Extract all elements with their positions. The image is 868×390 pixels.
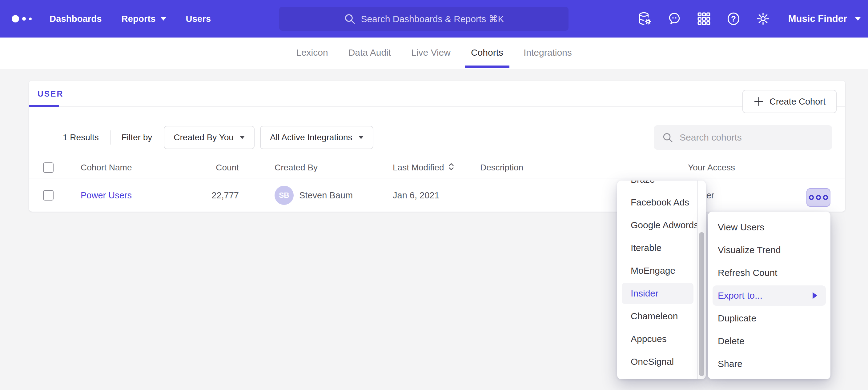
filter-row: 1 Results Filter by Created By You All A…: [63, 125, 832, 150]
row-context-menu: View Users Visualize Trend Refresh Count…: [708, 212, 831, 379]
active-tab-underline: [465, 66, 509, 68]
tab-data-audit[interactable]: Data Audit: [347, 37, 392, 68]
tab-live-view-label: Live View: [411, 47, 451, 58]
search-icon: [343, 12, 356, 25]
filter-integrations-dropdown[interactable]: All Active Integrations: [260, 126, 373, 149]
menu-item-export-to[interactable]: Export to...: [713, 285, 826, 306]
header-last-modified-label: Last Modified: [393, 163, 444, 172]
submenu-item-appcues[interactable]: Appcues: [617, 328, 706, 350]
search-cohorts-field: [654, 125, 832, 150]
cohort-type-tabs: USER: [29, 80, 845, 107]
results-count: 1 Results: [63, 133, 99, 142]
table-header: Cohort Name Count Created By Last Modifi…: [29, 157, 845, 178]
tab-user-cohorts[interactable]: USER: [37, 80, 63, 107]
last-modified-value: Jan 6, 2021: [393, 190, 439, 200]
menu-item-share[interactable]: Share: [708, 353, 831, 375]
header-cohort-name-label: Cohort Name: [81, 163, 132, 172]
chevron-down-icon: [359, 136, 364, 139]
header-last-modified[interactable]: Last Modified: [393, 157, 455, 178]
created-by-name: Steven Baum: [299, 190, 353, 200]
help-icon[interactable]: ?: [726, 11, 741, 26]
header-description[interactable]: Description: [480, 157, 523, 178]
nav-item-users[interactable]: Users: [186, 14, 211, 24]
row-actions-button[interactable]: [806, 188, 831, 207]
header-count-label: Count: [216, 163, 239, 172]
global-search-placeholder: Search Dashboards & Reports ⌘K: [361, 13, 504, 24]
filter-integrations-value: All Active Integrations: [270, 133, 352, 142]
menu-item-duplicate[interactable]: Duplicate: [708, 307, 831, 330]
filter-by-label: Filter by: [122, 133, 152, 142]
table-row: Power Users 22,777 SB Steven Baum Jan 6,…: [29, 179, 845, 212]
app-root: Dashboards Reports Users Search Dashboar…: [0, 0, 868, 390]
menu-item-delete[interactable]: Delete: [708, 330, 831, 353]
submenu-item-chameleon[interactable]: Chameleon: [617, 305, 706, 328]
nav-item-dashboards[interactable]: Dashboards: [50, 14, 102, 24]
header-your-access[interactable]: Your Access: [688, 157, 735, 178]
menu-item-refresh-count[interactable]: Refresh Count: [708, 261, 831, 284]
search-cohorts-input[interactable]: [680, 132, 824, 143]
cohort-count: 22,777: [183, 179, 239, 212]
tab-cohorts[interactable]: Cohorts: [470, 37, 504, 68]
tab-live-view[interactable]: Live View: [410, 37, 452, 68]
search-icon: [662, 132, 674, 143]
submenu-item-facebook-ads[interactable]: Facebook Ads: [617, 191, 706, 214]
last-modified-cell: Jan 6, 2021: [393, 179, 439, 212]
top-nav: Dashboards Reports Users Search Dashboar…: [0, 0, 868, 37]
global-search-input[interactable]: Search Dashboards & Reports ⌘K: [279, 7, 568, 31]
sort-icon[interactable]: [448, 163, 455, 173]
settings-gear-icon[interactable]: [756, 11, 770, 26]
nav-item-reports[interactable]: Reports: [122, 14, 166, 24]
menu-item-visualize-trend[interactable]: Visualize Trend: [708, 239, 831, 261]
tab-data-audit-label: Data Audit: [348, 47, 391, 58]
submenu-item-onesignal[interactable]: OneSignal: [617, 350, 706, 373]
nav-item-dashboards-label: Dashboards: [50, 14, 102, 24]
header-created-by[interactable]: Created By: [275, 157, 318, 178]
feedback-icon[interactable]: [667, 11, 682, 26]
submenu-item-braze[interactable]: Braze: [617, 181, 706, 191]
chevron-down-icon: [161, 17, 166, 21]
create-cohort-label: Create Cohort: [770, 97, 826, 107]
dots-icon: [809, 195, 814, 200]
cohort-name-link[interactable]: Power Users: [81, 190, 132, 200]
menu-item-view-users[interactable]: View Users: [708, 216, 831, 239]
filter-created-by-value: Created By You: [174, 133, 234, 142]
project-switcher[interactable]: Music Finder: [788, 13, 861, 24]
nav-links: Dashboards Reports Users: [50, 14, 211, 24]
section-tabbar: Lexicon Data Audit Live View Cohorts Int…: [0, 37, 868, 68]
header-cohort-name[interactable]: Cohort Name: [81, 157, 132, 178]
header-count[interactable]: Count: [183, 157, 239, 178]
cohort-count-value: 22,777: [212, 190, 239, 200]
chevron-down-icon: [240, 136, 245, 139]
tab-lexicon[interactable]: Lexicon: [295, 37, 329, 68]
divider: [110, 130, 111, 144]
avatar: SB: [275, 186, 293, 205]
header-your-access-label: Your Access: [688, 163, 735, 172]
row-checkbox[interactable]: [43, 190, 54, 200]
submenu-item-iterable[interactable]: Iterable: [617, 236, 706, 259]
header-description-label: Description: [480, 163, 523, 172]
create-cohort-button[interactable]: Create Cohort: [742, 90, 837, 113]
submenu-item-google-adwords[interactable]: Google Adwords: [617, 214, 706, 236]
tab-integrations[interactable]: Integrations: [522, 37, 573, 68]
submenu-scrollbar-thumb[interactable]: [699, 232, 704, 376]
data-management-icon[interactable]: [638, 11, 652, 26]
select-all-checkbox[interactable]: [43, 162, 54, 173]
svg-text:?: ?: [731, 14, 736, 23]
submenu-item-moengage[interactable]: MoEngage: [617, 259, 706, 282]
tab-user-cohorts-label: USER: [37, 89, 63, 99]
tab-cohorts-label: Cohorts: [471, 47, 503, 58]
user-tab-underline: [29, 105, 59, 107]
apps-grid-icon[interactable]: [696, 11, 711, 26]
mixpanel-logo-icon[interactable]: [12, 15, 32, 23]
cohorts-card: USER Create Cohort 1 Results Filter by C…: [29, 80, 845, 212]
submenu-arrow-icon: [813, 292, 817, 299]
menu-item-export-to-label: Export to...: [718, 290, 763, 301]
nav-item-users-label: Users: [186, 14, 211, 24]
submenu-item-insider[interactable]: Insider: [622, 283, 693, 304]
export-submenu: Braze Facebook Ads Google Adwords Iterab…: [617, 181, 706, 379]
chevron-down-icon: [855, 17, 861, 21]
header-created-by-label: Created By: [275, 163, 318, 172]
nav-right: ? Music Finder: [638, 0, 861, 37]
tab-integrations-label: Integrations: [524, 47, 572, 58]
filter-created-by-dropdown[interactable]: Created By You: [164, 126, 254, 149]
